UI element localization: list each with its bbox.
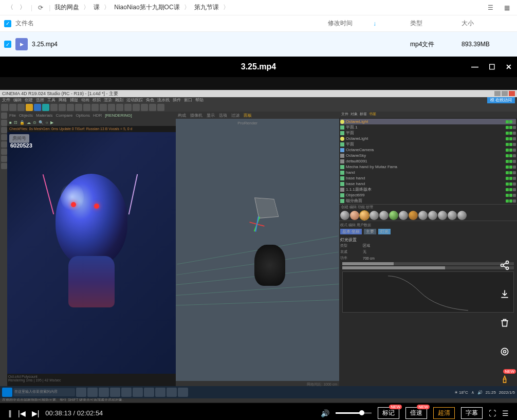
c4d-left-toolbar xyxy=(0,112,7,388)
breadcrumb-item[interactable]: NiaoNiao第十九期OC课 xyxy=(114,3,179,12)
grid-view-icon[interactable]: ▦ xyxy=(502,3,512,13)
object-item[interactable]: OctaneLight xyxy=(340,119,516,124)
delete-icon[interactable] xyxy=(496,315,513,331)
minimize-icon[interactable]: — xyxy=(471,63,478,71)
col-size-header[interactable]: 大小 xyxy=(461,19,513,28)
object-item[interactable]: base hand xyxy=(340,175,516,181)
breadcrumb-item[interactable]: 第九节课 xyxy=(194,3,219,12)
render-image: 房间号 6020523 xyxy=(7,132,176,374)
object-item[interactable]: OctaneLight xyxy=(340,136,516,141)
close-icon[interactable]: ✕ xyxy=(506,63,512,71)
prev-icon[interactable]: |◀ xyxy=(18,409,26,417)
svg-line-3 xyxy=(503,263,506,264)
video-player: 3.25.mp4 — ☐ ✕ CINEMA 4D R19.024 Studio … xyxy=(0,57,517,420)
file-size: 893.39MB xyxy=(461,41,513,48)
object-item[interactable]: default0091 xyxy=(340,158,516,164)
file-row[interactable]: ✓ 3.25.mp4 mp4文件 893.39MB xyxy=(0,32,517,57)
c4d-menu: 文件编辑创建选择工具网格捕捉动画模拟渲染雕刻运动跟踪角色流水线插件窗口帮助 模 … xyxy=(0,97,517,103)
object-item[interactable]: 平面.1 xyxy=(340,124,516,130)
object-item[interactable]: 1.1.1最终版本 xyxy=(340,187,516,192)
file-type: mp4文件 xyxy=(410,40,461,49)
time-display: 00:38:13 / 02:02:54 xyxy=(45,409,103,417)
volume-icon[interactable]: 🔊 xyxy=(321,409,329,417)
subtitle-button[interactable]: 字幕 xyxy=(461,407,483,419)
c4d-toolbar xyxy=(0,103,517,112)
file-checkbox[interactable]: ✓ xyxy=(4,41,11,48)
object-item[interactable]: OctaneSky xyxy=(340,153,516,158)
top-nav: 〈 〉 | ⟳ | 我的网盘〉 课〉 NiaoNiao第十九期OC课〉 第九节课… xyxy=(0,0,517,15)
svg-point-2 xyxy=(506,267,509,269)
object-item[interactable]: hand xyxy=(340,170,516,175)
player-side-tools: NEW xyxy=(496,257,513,389)
player-titlebar: 3.25.mp4 — ☐ ✕ xyxy=(0,57,517,77)
speed-button[interactable]: NEW 倍速 xyxy=(405,407,427,419)
object-item[interactable]: OctaneCamera xyxy=(340,147,516,153)
col-name-header[interactable]: 文件名 xyxy=(15,19,328,28)
object-item[interactable]: 平面 xyxy=(340,141,516,147)
breadcrumb-item[interactable]: 我的网盘 xyxy=(54,3,79,12)
svg-point-5 xyxy=(501,348,508,355)
quality-button[interactable]: 超清 xyxy=(433,407,455,419)
file-name: 3.25.mp4 xyxy=(32,41,328,48)
col-type-header[interactable]: 类型 xyxy=(410,19,461,28)
col-time-header[interactable]: 修改时间↓ xyxy=(328,19,410,28)
nav-back-icon[interactable]: 〈 xyxy=(5,3,15,13)
maximize-icon[interactable]: ☐ xyxy=(489,63,495,71)
table-header-row: ✓ 文件名 修改时间↓ 类型 大小 xyxy=(0,15,517,32)
object-item[interactable]: Object699 xyxy=(340,192,516,198)
c4d-titlebar: CINEMA 4D R19.024 Studio (RC - R19) - [1… xyxy=(0,90,517,97)
mark-button[interactable]: NEW 标记 xyxy=(378,407,399,419)
next-icon[interactable]: ▶| xyxy=(32,409,40,417)
svg-point-0 xyxy=(506,261,509,264)
breadcrumb-item[interactable]: 课 xyxy=(94,3,100,12)
render-preview-panel: FileObjectsMaterialsCompareOptionsHDR[RE… xyxy=(7,112,176,388)
windows-taskbar: 在这里输入你要搜索的内容 ☀ 18°C ∧🔊 21:25 2022/1/5 xyxy=(0,386,517,398)
select-all-checkbox[interactable]: ✓ xyxy=(4,20,11,27)
pause-icon[interactable]: ‖ xyxy=(8,409,12,417)
watermark-number: 6020523 xyxy=(10,142,32,149)
svg-point-6 xyxy=(504,351,506,353)
player-controls: ‖ |◀ ▶| 00:38:13 / 02:02:54 🔊 NEW 标记 NEW… xyxy=(0,403,517,420)
3d-viewport: 构成摄像机显示选项过滤面板 ProRender xyxy=(176,112,339,388)
fullscreen-icon[interactable]: ⛶ xyxy=(489,409,496,417)
pin-icon[interactable]: NEW xyxy=(496,372,513,389)
right-panels: 文件对象标签书签 OctaneLight平面.1平面OctaneLight平面O… xyxy=(339,112,517,388)
download-icon[interactable] xyxy=(496,286,513,302)
progress-bar[interactable] xyxy=(0,401,517,403)
list-view-icon[interactable]: ☰ xyxy=(485,3,495,13)
breadcrumb: 我的网盘〉 课〉 NiaoNiao第十九期OC课〉 第九节课〉 xyxy=(52,3,231,12)
video-area[interactable]: CINEMA 4D R19.024 Studio (RC - R19) - [1… xyxy=(0,77,517,401)
object-item[interactable]: 细分曲面 xyxy=(340,198,516,204)
object-item[interactable]: base hand xyxy=(340,181,516,187)
svg-point-1 xyxy=(501,264,504,267)
object-item[interactable]: 平面 xyxy=(340,130,516,136)
nav-forward-icon[interactable]: 〉 xyxy=(17,3,28,13)
playlist-icon[interactable]: ☰ xyxy=(502,409,509,417)
svg-line-4 xyxy=(503,266,506,267)
refresh-icon[interactable]: ⟳ xyxy=(35,3,46,13)
video-file-icon xyxy=(15,38,28,50)
object-item[interactable]: Mecha hand by Mutaz Farra xyxy=(340,164,516,170)
watermark: 房间号 xyxy=(9,134,29,143)
settings-icon[interactable] xyxy=(496,343,513,360)
share-icon[interactable] xyxy=(496,257,513,273)
c4d-window: CINEMA 4D R19.024 Studio (RC - R19) - [1… xyxy=(0,90,517,398)
volume-slider[interactable] xyxy=(336,412,372,414)
sort-down-icon: ↓ xyxy=(373,20,376,27)
player-title-text: 3.25.mp4 xyxy=(241,62,276,71)
